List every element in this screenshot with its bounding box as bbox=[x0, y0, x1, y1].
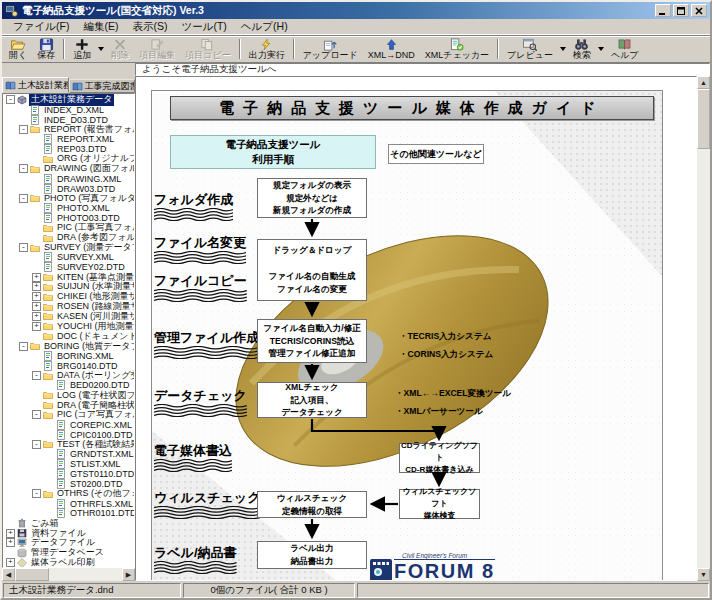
tree-item[interactable]: -土木設計業務データ bbox=[3, 95, 134, 105]
tree-expand-toggle[interactable]: - bbox=[32, 440, 41, 449]
tree-item[interactable]: -SURVEY (測量データフォルダ) bbox=[3, 243, 134, 253]
tree-horizontal-scrollbar[interactable]: ◀ ▶ bbox=[2, 568, 135, 581]
tree-item[interactable]: -PHOTO (写真フォルダ) bbox=[3, 193, 134, 203]
tree-expand-toggle[interactable]: + bbox=[32, 282, 41, 291]
tree-expand-toggle[interactable]: + bbox=[32, 322, 41, 331]
tree-item[interactable]: DRAWING.XML bbox=[3, 174, 134, 184]
tree-expand-toggle[interactable]: - bbox=[32, 371, 41, 380]
preview-dropdown-button[interactable] bbox=[558, 37, 568, 61]
menu-file[interactable]: ファイル(F) bbox=[6, 19, 76, 35]
tree-expand-toggle[interactable]: + bbox=[32, 292, 41, 301]
open-button[interactable]: 開く bbox=[4, 37, 32, 61]
save-button[interactable]: 保存 bbox=[32, 37, 60, 61]
menu-help[interactable]: ヘルプ(H) bbox=[234, 19, 295, 35]
tree-expand-toggle[interactable]: + bbox=[6, 558, 15, 567]
open-label: 開く bbox=[9, 51, 27, 61]
flow-box-virus-soft: ウィルスチェックソフト 媒体検査 bbox=[399, 489, 480, 519]
tree-expand-toggle[interactable]: - bbox=[32, 410, 41, 419]
search-button[interactable]: 検索 bbox=[568, 37, 596, 61]
statusbar: 土木設計業務データ.dnd 0個のファイル( 合計 0 KB ) bbox=[2, 582, 710, 598]
tab-construction-docs[interactable]: 工事完成図書 bbox=[69, 79, 136, 93]
tree-item[interactable]: -OTHRS (その他フォルダ) bbox=[3, 489, 134, 499]
maximize-button[interactable] bbox=[673, 4, 689, 17]
tree-item[interactable]: -BORING (地質データフォルダ) bbox=[3, 341, 134, 351]
toolbar: 開く保存追加削除項目編集項目コピー出力実行アップロードXML→DNDXMLチェッ… bbox=[2, 35, 710, 63]
menu-tools[interactable]: ツール(T) bbox=[174, 19, 233, 35]
forum8-logo: Civil Engineer's Forum FORUM 8 bbox=[370, 552, 495, 581]
scroll-down-button[interactable]: ▼ bbox=[697, 568, 710, 581]
output-run-button[interactable]: 出力実行 bbox=[244, 37, 290, 61]
tree-item[interactable]: -DRAWING (図面フォルダ) bbox=[3, 164, 134, 174]
menu-view[interactable]: 表示(S) bbox=[125, 19, 174, 35]
step-label-manage-file: 管理ファイル作成 bbox=[154, 329, 259, 359]
tree-item[interactable]: COREPIC.XML bbox=[3, 420, 134, 430]
tree-item[interactable]: +媒体ラベル印刷 bbox=[3, 558, 134, 568]
tree-expand-toggle[interactable]: - bbox=[6, 95, 15, 104]
tree-item[interactable]: STLIST.XML bbox=[3, 459, 134, 469]
xml-dnd-icon bbox=[385, 38, 398, 51]
scroll-right-button[interactable]: ▶ bbox=[122, 568, 135, 581]
toolbar-separator bbox=[497, 39, 499, 59]
vertical-scroll-track[interactable] bbox=[697, 149, 710, 568]
run-icon bbox=[260, 38, 273, 51]
tree-view[interactable]: -土木設計業務データINDEX_D.XMLINDE_D03.DTD-REPORT… bbox=[2, 93, 135, 568]
tree-expand-toggle[interactable]: + bbox=[32, 312, 41, 321]
step-label-media-write: 電子媒体書込 bbox=[154, 442, 232, 472]
tree-item[interactable]: BORING.XML bbox=[3, 351, 134, 361]
vertical-scroll-thumb[interactable] bbox=[697, 89, 710, 149]
tree-item[interactable]: -REPORT (報告書フォルダ) bbox=[3, 125, 134, 135]
folder-icon bbox=[43, 223, 53, 233]
tree-expand-toggle[interactable]: - bbox=[19, 194, 28, 203]
tree-expand-toggle[interactable]: - bbox=[19, 243, 28, 252]
tree-item[interactable]: -DATA (ボーリング交換用) bbox=[3, 371, 134, 381]
horizontal-scroll-track[interactable] bbox=[49, 568, 122, 581]
tree-expand-toggle[interactable]: - bbox=[19, 164, 28, 173]
tree-item[interactable]: -PIC (コア写真フォルダ) bbox=[3, 410, 134, 420]
tree-item[interactable]: GTST0110.DTD bbox=[3, 469, 134, 479]
tree-expand-toggle[interactable]: - bbox=[19, 125, 28, 134]
add-dropdown-button[interactable] bbox=[96, 37, 106, 61]
tree-item[interactable]: REPORT.XML bbox=[3, 134, 134, 144]
scroll-left-button[interactable]: ◀ bbox=[2, 568, 15, 581]
titlebar[interactable]: 電子納品支援ツール(国交省対応) Ver.3 bbox=[2, 2, 710, 19]
search-dropdown-button[interactable] bbox=[596, 37, 606, 61]
tree-item[interactable]: GRNDTST.XML bbox=[3, 449, 134, 459]
upload-button[interactable]: アップロード bbox=[298, 37, 363, 61]
forum8-tagline: Civil Engineer's Forum bbox=[394, 552, 495, 560]
save-label: 保存 bbox=[37, 51, 55, 61]
output-run-label: 出力実行 bbox=[249, 51, 285, 61]
tree-expand-toggle[interactable]: + bbox=[32, 273, 41, 282]
tree-expand-toggle[interactable]: - bbox=[32, 489, 41, 498]
tree-expand-toggle[interactable]: + bbox=[6, 529, 15, 538]
tree-item[interactable]: -TEST (各種試験結果フォルダ) bbox=[3, 440, 134, 450]
tree-item[interactable]: OTHR0101.DTD bbox=[3, 508, 134, 518]
page-icon bbox=[56, 459, 66, 469]
tree-expand-toggle[interactable]: + bbox=[6, 538, 15, 547]
annotation-xml-parser: ・XMLパーサーツール bbox=[395, 406, 483, 418]
menu-edit[interactable]: 編集(E) bbox=[76, 19, 125, 35]
toolbar-separator bbox=[239, 39, 241, 59]
tree-item[interactable]: OTHRFLS.XML bbox=[3, 499, 134, 509]
tree-item-label: INDEX_D.XML bbox=[42, 105, 106, 115]
cube-icon bbox=[17, 95, 27, 105]
horizontal-scroll-thumb[interactable] bbox=[15, 568, 49, 581]
scroll-up-button[interactable]: ▲ bbox=[697, 76, 710, 89]
item-copy-button: 項目コピー bbox=[180, 37, 235, 61]
close-button[interactable] bbox=[691, 4, 707, 17]
xml-dnd-button[interactable]: XML→DND bbox=[363, 37, 420, 61]
welcome-text: ようこそ電子納品支援ツールへ bbox=[142, 63, 277, 76]
item-copy-icon bbox=[200, 38, 215, 51]
minimize-button[interactable] bbox=[655, 4, 671, 17]
add-button[interactable]: 追加 bbox=[68, 37, 96, 61]
tab-civil-design[interactable]: 土木設計業務 bbox=[2, 77, 69, 93]
main-vertical-scrollbar[interactable]: ▲ ▼ bbox=[697, 76, 710, 581]
tree-expand-toggle[interactable]: + bbox=[32, 302, 41, 311]
help-button[interactable]: ヘルプ bbox=[606, 37, 644, 61]
xml-checker-button[interactable]: XMLチェッカー bbox=[420, 37, 494, 61]
tree-item[interactable]: SURVEY.XML bbox=[3, 253, 134, 263]
status-filler bbox=[357, 583, 709, 598]
folder-icon bbox=[30, 193, 40, 203]
tree-item-label: COREPIC.XML bbox=[68, 420, 134, 430]
tree-expand-toggle[interactable]: - bbox=[19, 342, 28, 351]
preview-button[interactable]: プレビュー bbox=[502, 37, 558, 61]
